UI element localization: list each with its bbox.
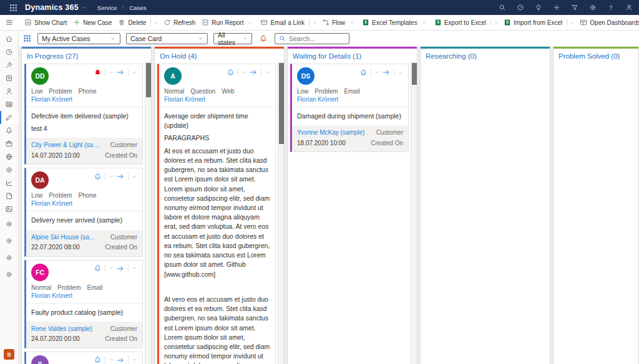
gear-icon[interactable] — [589, 4, 597, 11]
case-owner-link[interactable]: Florian Krönert — [31, 96, 137, 103]
split-chevron-icon[interactable] — [152, 20, 160, 26]
flow-button[interactable]: Flow — [319, 15, 359, 30]
advance-status-arrow-icon[interactable] — [116, 264, 125, 273]
breadcrumb-item-cases[interactable]: Cases — [129, 4, 146, 11]
breadcrumb-item-service[interactable]: Service — [97, 4, 117, 11]
split-chevron-icon[interactable] — [311, 20, 319, 26]
run-report-button[interactable]: Run Report — [198, 15, 257, 30]
follow-bell-icon[interactable] — [94, 173, 102, 181]
alerts-bell-icon[interactable] — [259, 34, 268, 43]
chevron-down-icon[interactable] — [398, 70, 403, 75]
chevron-down-icon[interactable] — [265, 70, 270, 75]
sidebar-item-service-2[interactable] — [0, 232, 19, 249]
case-owner-link[interactable]: Florian Krönert — [164, 96, 270, 103]
customer-link[interactable]: Rene Valdes (sample) — [31, 324, 100, 335]
case-owner-link[interactable]: Florian Krönert — [31, 292, 137, 299]
chevron-down-icon[interactable] — [374, 70, 380, 75]
sidebar-item-contacts[interactable] — [0, 98, 19, 111]
help-icon[interactable]: ? — [607, 4, 615, 11]
chevron-down-icon[interactable] — [241, 70, 247, 75]
chevron-down-icon[interactable] — [109, 357, 114, 363]
column-scrollbar[interactable] — [278, 62, 284, 364]
column-scrollbar[interactable] — [411, 62, 417, 364]
hamburger-icon[interactable] — [0, 15, 19, 30]
chevron-down-icon[interactable] — [132, 174, 137, 180]
sidebar-item-charts[interactable] — [0, 176, 19, 189]
grid-view-icon[interactable] — [23, 34, 32, 43]
show-chart-button[interactable]: Show Chart — [21, 15, 70, 30]
new-case-button[interactable]: New Case — [70, 15, 115, 30]
sidebar-item-accounts[interactable] — [0, 85, 19, 98]
view-selector[interactable]: My Active Cases — [37, 33, 120, 44]
chevron-down-icon[interactable] — [109, 70, 114, 75]
sidebar-item-dashboards[interactable] — [0, 72, 19, 85]
search-icon[interactable] — [499, 4, 506, 11]
sidebar-badge[interactable]: S — [4, 349, 14, 360]
case-owner-link[interactable]: Florian Krönert — [297, 96, 403, 103]
refresh-button[interactable]: Refresh — [160, 15, 198, 30]
card-form-selector[interactable]: Case Card — [126, 33, 208, 44]
customer-link[interactable]: City Power & Light (sample) — [31, 140, 100, 151]
chevron-down-icon[interactable] — [132, 266, 137, 271]
advance-status-arrow-icon[interactable] — [249, 68, 258, 77]
app-title[interactable]: Dynamics 365 — [25, 3, 79, 12]
lightbulb-icon[interactable] — [535, 4, 542, 11]
delete-button[interactable]: Delete — [115, 15, 149, 30]
follow-bell-icon[interactable] — [359, 69, 368, 77]
advance-status-arrow-icon[interactable] — [382, 68, 391, 77]
open-dashboards-button[interactable]: Open Dashboards — [577, 15, 639, 30]
excel-templates-button[interactable]: XExcel Templates — [359, 15, 431, 30]
sidebar-item-portal[interactable] — [0, 150, 19, 163]
filter-icon[interactable] — [571, 4, 578, 11]
import-from-excel-button[interactable]: XImport from Excel — [500, 15, 565, 30]
sidebar-item-queues[interactable] — [0, 124, 19, 137]
customer-link[interactable]: Alpine Ski House (sample) — [31, 232, 100, 243]
chevron-down-icon[interactable] — [82, 5, 87, 11]
sidebar-item-service-1[interactable] — [0, 216, 19, 232]
alert-bell-icon[interactable] — [94, 69, 102, 77]
advance-status-arrow-icon[interactable] — [116, 356, 125, 364]
case-card[interactable]: IINormalProblemPhoneFlorian KrönertIncor… — [24, 352, 143, 364]
chevron-down-icon[interactable] — [132, 70, 137, 75]
follow-bell-icon[interactable] — [94, 356, 102, 364]
advance-status-arrow-icon[interactable] — [116, 172, 125, 181]
search-box[interactable] — [275, 33, 349, 44]
sidebar-item-recent[interactable] — [0, 46, 19, 59]
chevron-down-icon[interactable] — [109, 174, 114, 180]
follow-bell-icon[interactable] — [94, 264, 102, 272]
sidebar-item-cases[interactable] — [0, 111, 19, 124]
export-to-excel-button[interactable]: XExport to Excel — [431, 15, 489, 30]
search-input[interactable] — [289, 35, 345, 42]
scrollbar-thumb[interactable] — [279, 63, 284, 144]
advance-status-arrow-icon[interactable] — [116, 68, 125, 77]
split-chevron-icon[interactable] — [492, 20, 500, 26]
case-card[interactable]: DSLowProblemEmailFlorian KrönertDamaged … — [290, 64, 409, 152]
sidebar-item-service-3[interactable] — [0, 249, 19, 266]
sidebar-item-media[interactable] — [0, 203, 19, 216]
sidebar-item-pinned[interactable] — [0, 59, 19, 72]
case-owner-link[interactable]: Florian Krönert — [31, 200, 137, 207]
case-card[interactable]: ANormalQuestionWebFlorian KrönertAverage… — [157, 64, 276, 364]
customer-link[interactable]: Yvonne McKay (sample) — [297, 128, 366, 138]
email-a-link-button[interactable]: Email a Link — [257, 15, 307, 30]
scrollbar-thumb[interactable] — [146, 63, 151, 97]
waffle-icon[interactable] — [6, 1, 20, 14]
split-chevron-icon[interactable] — [568, 20, 577, 26]
sidebar-item-tools[interactable] — [0, 163, 19, 176]
chevron-down-icon[interactable] — [132, 357, 137, 363]
case-card[interactable]: FCNormalProblemEmailFlorian KrönertFault… — [24, 260, 143, 348]
case-card[interactable]: DDLowProblemPhoneFlorian KrönertDefectiv… — [24, 64, 143, 165]
sidebar-item-knowledge-articles[interactable] — [0, 137, 19, 150]
plus-icon[interactable] — [553, 4, 560, 11]
follow-bell-icon[interactable] — [227, 69, 235, 77]
person-icon[interactable] — [625, 4, 633, 11]
state-selector[interactable]: All states — [213, 33, 252, 44]
column-scrollbar[interactable] — [145, 62, 151, 364]
sidebar-item-service-4[interactable] — [0, 266, 19, 283]
case-card[interactable]: DALowProblemPhoneFlorian KrönertDelivery… — [24, 168, 143, 256]
scrollbar-thumb[interactable] — [412, 63, 417, 85]
gauge-icon[interactable] — [517, 4, 524, 11]
sidebar-item-reports[interactable] — [0, 189, 19, 203]
chevron-down-icon[interactable] — [109, 266, 114, 271]
sidebar-item-home[interactable] — [0, 32, 19, 46]
